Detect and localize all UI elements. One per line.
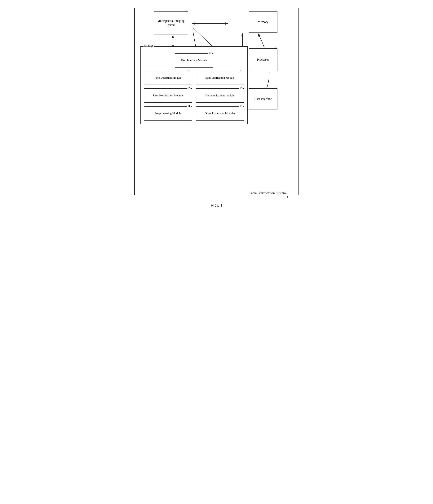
ref-16: 16 <box>239 104 243 108</box>
outer-frame-label: Facial Verification System <box>248 191 287 195</box>
ref-1-tick: ⌒ <box>285 193 287 196</box>
fig-label: FIG. 1 <box>210 203 223 208</box>
face-detection-label: Face Detection Module <box>154 76 181 80</box>
communications-box: 10 Communications module <box>196 88 244 103</box>
ui-module-box: 12 User Interface Module <box>175 53 213 68</box>
skin-verification-label: Skin Verification Module <box>205 76 235 80</box>
multispectral-box: 2 Multispectral Imaging System <box>154 11 188 35</box>
storage-label: 5 Storage <box>144 44 154 47</box>
ref-14: 14 <box>239 69 243 72</box>
storage-area: 5 Storage 12 User Interface Module 13 Fa… <box>140 46 248 124</box>
ui-module-label: User Interface Module <box>181 58 207 62</box>
ref-4: 4 <box>275 46 276 50</box>
outer-frame: 2 Multispectral Imaging System 3 Memory … <box>134 8 299 195</box>
skin-verification-box: 14 Skin Verification Module <box>196 71 244 85</box>
processor-box: 4 Processor <box>249 48 278 71</box>
user-notification-label: User Notification Module <box>153 94 183 98</box>
user-notification-box: 15 User Notification Module <box>144 88 192 103</box>
ref-11: 11 <box>187 104 190 108</box>
user-interface-box: 6 User Interface <box>249 88 278 109</box>
ref-15: 15 <box>187 87 190 90</box>
face-detection-box: 13 Face Detection Module <box>144 71 192 85</box>
ref-5: 5 <box>142 42 143 45</box>
ref-10: 10 <box>239 87 243 90</box>
other-processing-box: 16 Other Processing Modules <box>196 106 244 121</box>
preprocessing-label: Pre-processing Module <box>155 111 181 115</box>
memory-label: Memory <box>258 20 268 24</box>
ref-3: 3 <box>275 9 276 13</box>
user-interface-label: User Interface <box>254 97 272 101</box>
communications-label: Communications module <box>206 94 235 98</box>
ref-2: 2 <box>186 9 187 13</box>
memory-box: 3 Memory <box>249 11 278 33</box>
ref-12: 12 <box>208 51 212 55</box>
other-processing-label: Other Processing Modules <box>205 111 235 115</box>
preprocessing-box: 11 Pre-processing Module <box>144 106 192 121</box>
ref-13: 13 <box>187 69 190 72</box>
processor-label: Processor <box>257 58 269 62</box>
ref-6: 6 <box>275 86 276 90</box>
multispectral-label: Multispectral Imaging System <box>154 19 188 27</box>
